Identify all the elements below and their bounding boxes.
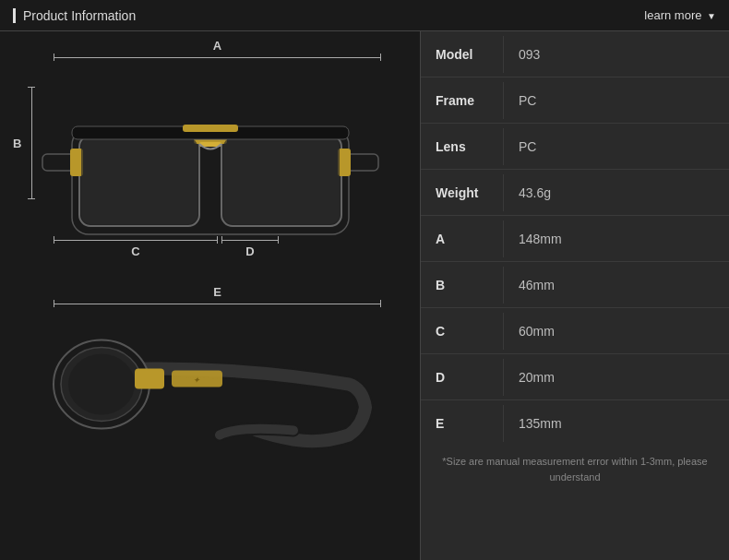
- learn-more-button[interactable]: learn more ▼: [644, 8, 716, 22]
- tick-bottom: [28, 198, 35, 199]
- spec-value: 46mm: [504, 267, 729, 304]
- spec-key: E: [421, 405, 504, 442]
- tick-right-d: [278, 236, 279, 244]
- dim-b-label: B: [13, 137, 21, 150]
- shaft-e: [54, 304, 380, 304]
- spec-row: FramePC: [421, 77, 729, 124]
- spec-value: 135mm: [504, 405, 729, 442]
- page-title: Product Information: [13, 8, 136, 23]
- spec-row: A148mm: [421, 216, 729, 262]
- dim-c-label: C: [131, 244, 139, 258]
- glasses-side-svg: ✦: [35, 313, 386, 460]
- spec-table: Model093FramePCLensPCWeight43.6gA148mmB4…: [421, 31, 729, 447]
- tick-right-e: [380, 300, 381, 307]
- spec-row: C60mm: [421, 308, 729, 354]
- learn-more-label: learn more: [644, 8, 701, 22]
- svg-rect-16: [135, 369, 164, 389]
- spec-row: D20mm: [421, 354, 729, 400]
- dimension-b-arrow: B: [28, 87, 35, 199]
- spec-row: Weight43.6g: [421, 170, 729, 216]
- spec-row: Model093: [421, 31, 729, 77]
- right-panel: Model093FramePCLensPCWeight43.6gA148mmB4…: [420, 31, 729, 560]
- spec-row: E135mm: [421, 400, 729, 447]
- spec-value: 148mm: [504, 220, 729, 257]
- spec-key: C: [421, 313, 504, 350]
- shaft-c: [54, 240, 217, 241]
- svg-rect-12: [183, 125, 238, 132]
- dimension-c-arrow: C: [54, 236, 218, 244]
- dim-e-label: E: [213, 285, 221, 299]
- svg-rect-8: [338, 149, 351, 176]
- dimension-a-arrow: A: [54, 54, 381, 61]
- spec-value: 20mm: [504, 359, 729, 396]
- main-content: A B: [0, 31, 729, 560]
- spec-key: Lens: [421, 128, 504, 165]
- side-view-image: E ✦: [18, 285, 401, 470]
- svg-rect-7: [70, 149, 83, 176]
- spec-value: PC: [504, 128, 729, 165]
- spec-key: D: [421, 359, 504, 396]
- spec-key: Weight: [421, 174, 504, 211]
- spec-row: LensPC: [421, 124, 729, 170]
- svg-rect-9: [81, 137, 197, 224]
- spec-key: Model: [421, 36, 504, 73]
- spec-value: 43.6g: [504, 174, 729, 211]
- glasses-front-svg: [35, 91, 386, 257]
- tick-right-c: [217, 236, 218, 244]
- front-view-image: A B: [18, 41, 401, 280]
- spec-value: 60mm: [504, 313, 729, 350]
- dim-d-label: D: [245, 244, 254, 258]
- tick-right: [380, 54, 381, 61]
- chevron-down-icon: ▼: [707, 11, 716, 21]
- measurement-note: *Size are manual measurement error withi…: [421, 447, 729, 492]
- dimension-d-arrow: D: [221, 236, 279, 244]
- shaft-v: [31, 88, 32, 198]
- spec-row: B46mm: [421, 262, 729, 308]
- dimension-e-arrow: E: [54, 300, 381, 307]
- spec-value: 093: [504, 36, 729, 73]
- shaft: [54, 57, 380, 58]
- spec-key: B: [421, 267, 504, 304]
- spec-key: A: [421, 220, 504, 257]
- svg-point-15: [68, 354, 135, 415]
- svg-text:✦: ✦: [193, 375, 200, 385]
- left-panel: A B: [0, 31, 420, 560]
- shaft-d: [222, 240, 278, 241]
- spec-key: Frame: [421, 82, 504, 119]
- svg-rect-10: [223, 137, 340, 224]
- page-header: Product Information learn more ▼: [0, 0, 729, 31]
- spec-value: PC: [504, 82, 729, 119]
- dim-a-label: A: [213, 39, 221, 53]
